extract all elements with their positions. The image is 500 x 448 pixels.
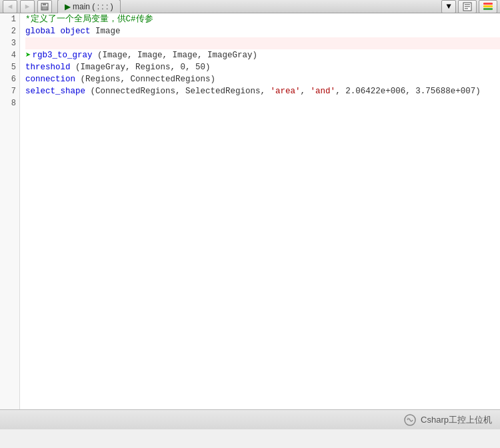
line-7-str2: 'and' <box>311 85 336 97</box>
code-lines-container[interactable]: *定义了一个全局变量，供C#传参 global object Image ➤ r… <box>20 13 500 409</box>
code-line-5: threshold (ImageGray, Regions, 0, 50) <box>25 61 500 73</box>
dropdown-icon: ▼ <box>446 2 451 11</box>
line-6-params: (Regions, ConnectedRegions) <box>81 73 216 85</box>
line-7-rest: , 2.06422e+006, 3.75688e+007) <box>335 85 481 97</box>
line-7-func: select_shape <box>25 85 91 97</box>
line-numbers: 1 2 3 4 5 6 7 8 <box>0 13 20 409</box>
line-num-7: 7 <box>0 85 19 97</box>
extra-button-2[interactable] <box>479 0 497 13</box>
line-5-params: (ImageGray, Regions, 0, 50) <box>75 61 211 73</box>
line-7-paren1: (ConnectedRegions, SelectedRegions, <box>91 85 271 97</box>
code-area: 1 2 3 4 5 6 7 8 *定义了一个全局变量，供C#传参 global … <box>0 13 500 409</box>
line-num-1: 1 <box>0 13 19 25</box>
toolbar-right-buttons: ▼ <box>441 0 497 13</box>
line-6-func: connection <box>25 73 81 85</box>
line-num-8: 8 <box>0 97 19 109</box>
active-arrow: ➤ <box>25 49 31 61</box>
code-line-4: ➤ rgb3_to_gray (Image, Image, Image, Ima… <box>25 49 500 61</box>
line-2-value: Image <box>95 25 121 37</box>
statusbar: Csharp工控上位机 <box>0 409 500 429</box>
watermark-text: Csharp工控上位机 <box>421 414 492 426</box>
main-tab[interactable]: ▶ main ( : : : ) <box>57 0 121 14</box>
svg-rect-6 <box>465 8 468 9</box>
forward-button[interactable]: ▶ <box>20 0 35 13</box>
titlebar: ◀ ▶ ▶ main ( : : : ) ▼ <box>0 0 500 13</box>
line-num-6: 6 <box>0 73 19 85</box>
svg-rect-5 <box>465 6 470 7</box>
line-1-text: *定义了一个全局变量，供C#传参 <box>25 13 153 25</box>
line-2-keyword: global object <box>25 25 95 37</box>
dropdown-button[interactable]: ▼ <box>441 0 456 13</box>
tab-label: main ( : : : ) <box>73 2 113 11</box>
line-3-text <box>25 37 31 49</box>
svg-rect-1 <box>43 3 46 5</box>
line-num-4: 4 <box>0 49 19 61</box>
save-button[interactable] <box>37 0 52 13</box>
back-button[interactable]: ◀ <box>3 0 17 13</box>
watermark-icon <box>403 413 417 427</box>
extra-button-1[interactable] <box>458 0 477 13</box>
tab-section: ▶ main ( : : : ) <box>57 0 439 14</box>
code-line-3 <box>25 37 500 49</box>
line-5-func: threshold <box>25 61 75 73</box>
tab-icon: ▶ <box>65 3 70 11</box>
code-line-1: *定义了一个全局变量，供C#传参 <box>25 13 500 25</box>
svg-point-8 <box>407 417 409 419</box>
document-icon <box>462 2 473 11</box>
svg-rect-4 <box>465 4 470 5</box>
line-4-func: rgb3_to_gray <box>32 49 97 61</box>
line-num-3: 3 <box>0 37 19 49</box>
code-line-8 <box>25 97 500 109</box>
code-line-2: global object Image <box>25 25 500 37</box>
code-line-7: select_shape (ConnectedRegions, Selected… <box>25 85 500 97</box>
line-7-str1: 'area' <box>271 85 301 97</box>
line-num-5: 5 <box>0 61 19 73</box>
svg-rect-2 <box>42 7 47 9</box>
code-line-6: connection (Regions, ConnectedRegions) <box>25 73 500 85</box>
line-4-params: (Image, Image, Image, ImageGray) <box>97 49 257 61</box>
line-7-comma1: , <box>301 85 311 97</box>
editor-container: 1 2 3 4 5 6 7 8 *定义了一个全局变量，供C#传参 global … <box>0 13 500 409</box>
save-icon <box>41 3 49 11</box>
line-8-text <box>25 97 31 109</box>
line-num-2: 2 <box>0 25 19 37</box>
